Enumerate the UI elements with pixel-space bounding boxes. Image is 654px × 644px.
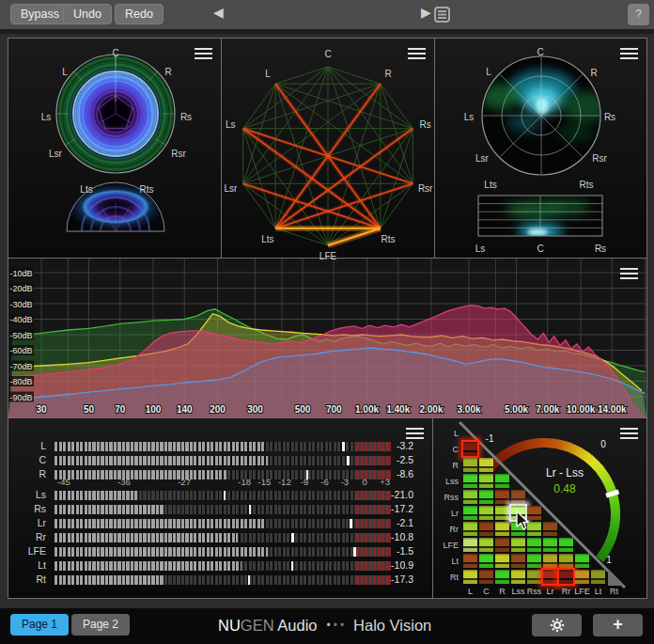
halo-label-r: R: [164, 67, 171, 77]
spectrum-x-label: 1.40k: [386, 404, 410, 415]
spectrum-y-label: -40dB: [10, 315, 33, 324]
halo-label-rts: Rts: [140, 184, 154, 195]
matrix-col-label-rt: Rt: [610, 587, 618, 596]
halo-label-ls: Ls: [41, 112, 52, 122]
toolbar-divider: [0, 29, 654, 34]
meter-row-c: C-2.5: [8, 456, 432, 465]
matrix-row-label-rt: Rt: [450, 573, 459, 582]
radar-label-rs: Rs: [604, 112, 615, 122]
web-node-label-rsr: Rsr: [418, 182, 433, 193]
settings-button[interactable]: [532, 614, 582, 636]
help-button[interactable]: ?: [628, 4, 649, 25]
halo-label-lsr: Lsr: [49, 149, 62, 159]
meter-row-l: L-3.2: [8, 442, 432, 451]
matrix-row-label-lfe: LFE: [443, 541, 459, 550]
page-2-tab[interactable]: Page 2: [71, 614, 130, 636]
radar-strip-label-rs: Rs: [595, 243, 606, 254]
web-panel-menu-icon[interactable]: [408, 48, 426, 50]
matrix-row-label-rss: Rss: [444, 493, 459, 502]
spectrum-x-label: 50: [84, 404, 95, 415]
meters-panel-menu-icon[interactable]: [406, 428, 424, 430]
meter-bar: [54, 491, 391, 500]
meter-channel-label: Rr: [8, 531, 46, 542]
bypass-button[interactable]: Bypass: [10, 4, 70, 24]
meter-value: -3.2: [361, 440, 413, 451]
top-toolbar: Bypass Undo Redo ◀ ▶ ?: [0, 0, 654, 29]
halo-panel-menu-icon[interactable]: [195, 48, 212, 50]
matrix-row-label-r: R: [453, 461, 459, 470]
previous-icon[interactable]: ◀: [213, 5, 224, 20]
matrix-col-label-l: L: [468, 587, 473, 596]
spectrum-x-label: 3.00k: [458, 404, 481, 415]
matrix-row-label-l: L: [454, 429, 459, 438]
spectrum-y-label: -60dB: [10, 346, 33, 355]
web-node-label-r: R: [384, 68, 391, 78]
matrix-col-label-rss: Rss: [527, 587, 542, 596]
radar-label-lsr: Lsr: [475, 153, 489, 164]
matrix-row-label-lt: Lt: [451, 557, 459, 566]
radar-label-l: L: [486, 67, 491, 77]
meter-peak-indicator: [342, 442, 345, 451]
correlation-matrix-panel: -101Lr - Lss0.48LCRLssRssLrRrLFELtRtLCRL…: [432, 417, 647, 599]
meter-bar: [54, 456, 391, 465]
spectrum-x-label: 100: [146, 404, 162, 415]
spectrum-y-label: -80dB: [10, 377, 33, 386]
add-panel-button[interactable]: +: [593, 614, 643, 636]
meter-bar: [54, 533, 391, 542]
halo-meter-visual: [8, 39, 221, 258]
spectrum-panel-menu-icon[interactable]: [620, 268, 638, 270]
spectrum-y-label: -70dB: [10, 362, 33, 371]
matrix-panel-menu-icon[interactable]: [620, 428, 638, 430]
spectrum-x-label: 14.00k: [598, 404, 627, 415]
brand-gen: GEN: [241, 617, 274, 634]
radar-panel-menu-icon[interactable]: [620, 48, 638, 50]
correlation-web-visual: [222, 39, 434, 258]
meter-row-rr: Rr-10.8: [8, 533, 432, 542]
spectrum-analyzer-panel: -10dB-20dB-30dB-40dB-50dB-60dB-70dB-80dB…: [8, 258, 647, 418]
meter-channel-label: Rs: [8, 503, 46, 514]
meter-channel-label: Ls: [8, 489, 46, 500]
meter-bar: [54, 547, 391, 557]
page-1-tab[interactable]: Page 1: [10, 614, 69, 636]
location-radar-panel: CLRLsRsLsrRsrLtsRtsLsCRs: [434, 38, 647, 259]
gauge-max-label: 1: [606, 555, 612, 565]
meter-bar: [54, 575, 391, 585]
meter-row-rs: Rs-17.2: [8, 505, 432, 514]
gauge-min-label: -1: [486, 433, 494, 444]
channel-meters-panel: L-3.2C-2.5R-8.6Ls-21.0Rs-17.2Lr-2.1Rr-10…: [8, 417, 433, 599]
undo-button[interactable]: Undo: [63, 4, 112, 24]
radar-label-r: R: [590, 68, 597, 78]
meter-scale-tick: -6: [320, 477, 328, 487]
playlist-lines: [438, 10, 446, 12]
gear-icon: [550, 618, 565, 633]
meter-bar: [54, 505, 391, 514]
halo-label-l: L: [62, 67, 68, 77]
meter-peak-indicator: [353, 547, 356, 557]
meter-peak-indicator: [291, 533, 294, 542]
meter-scale-tick: -18: [238, 477, 251, 487]
meter-scale-tick: +3: [380, 477, 390, 487]
meter-rows: L-3.2C-2.5R-8.6Ls-21.0Rs-17.2Lr-2.1Rr-10…: [8, 418, 432, 598]
meter-value: -2.1: [361, 517, 413, 528]
web-node-label-rs: Rs: [420, 119, 431, 130]
meter-bar: [54, 519, 391, 528]
brand-audio: Audio: [274, 617, 318, 634]
playlist-icon[interactable]: [434, 7, 450, 23]
meter-row-ls: Ls-21.0: [8, 491, 432, 500]
play-icon[interactable]: ▶: [421, 5, 431, 20]
spectrum-x-label: 200: [210, 404, 226, 415]
matrix-row-label-c: C: [453, 445, 459, 454]
meter-peak-indicator: [347, 456, 350, 465]
spectrum-y-label: -30dB: [10, 300, 33, 309]
radar-label-rsr: Rsr: [592, 153, 607, 164]
spectrum-x-label: 30: [36, 404, 47, 415]
redo-button[interactable]: Redo: [115, 4, 164, 24]
meter-channel-label: LFE: [8, 545, 46, 557]
spectrum-x-label: 2.00k: [419, 404, 443, 415]
meter-scale-tick: -27: [178, 477, 191, 487]
meter-value: -10.9: [361, 559, 413, 571]
bottom-bar: Page 1 Page 2 NUGEN Audio•••Halo Vision …: [0, 608, 654, 644]
matrix-col-label-lt: Lt: [595, 587, 602, 596]
meter-channel-label: Lt: [8, 559, 46, 571]
radar-strip-label-lts: Lts: [484, 180, 496, 190]
